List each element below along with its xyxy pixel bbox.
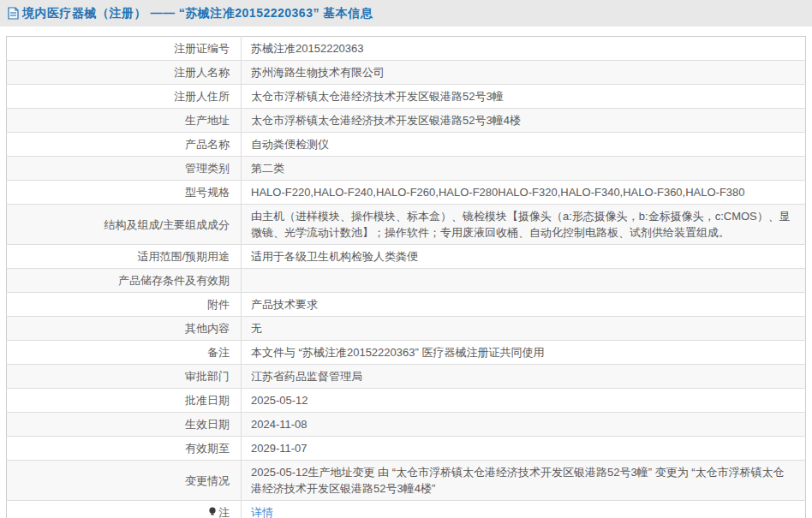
document-icon bbox=[8, 7, 19, 20]
row-value: 适用于各级卫生机构检验人类粪便 bbox=[242, 245, 806, 269]
table-row: 注册证编号 苏械注准20152220363 bbox=[7, 37, 806, 61]
row-label: 有效期至 bbox=[7, 437, 242, 461]
registration-info-table: 注册证编号 苏械注准20152220363 注册人名称 苏州海路生物技术有限公司… bbox=[6, 36, 806, 518]
row-value: 2029-11-07 bbox=[242, 437, 806, 461]
table-row: 批准日期 2025-05-12 bbox=[7, 389, 806, 413]
table-row: 审批部门 江苏省药品监督管理局 bbox=[7, 365, 806, 389]
row-value bbox=[242, 269, 806, 293]
row-value: 苏械注准20152220363 bbox=[242, 37, 806, 61]
table-row-note: 注 详情 bbox=[7, 501, 806, 518]
row-value: 苏州海路生物技术有限公司 bbox=[242, 61, 806, 85]
row-label: 产品储存条件及有效期 bbox=[7, 269, 242, 293]
row-label: 其他内容 bbox=[7, 317, 242, 341]
table-row: 产品名称 自动粪便检测仪 bbox=[7, 133, 806, 157]
row-value: 太仓市浮桥镇太仓港经济技术开发区银港路52号3幢4楼 bbox=[242, 109, 806, 133]
table-row: 型号规格 HALO-F220,HALO-F240,HALO-F260,HALO-… bbox=[7, 181, 806, 205]
table-row: 变更情况 2025-05-12生产地址变更 由 “太仓市浮桥镇太仓港经济技术开发… bbox=[7, 461, 806, 501]
table-row: 有效期至 2029-11-07 bbox=[7, 437, 806, 461]
table-row: 注册人名称 苏州海路生物技术有限公司 bbox=[7, 61, 806, 85]
table-row: 适用范围/预期用途 适用于各级卫生机构检验人类粪便 bbox=[7, 245, 806, 269]
row-label: 注册证编号 bbox=[7, 37, 242, 61]
row-label: 附件 bbox=[7, 293, 242, 317]
row-label: 审批部门 bbox=[7, 365, 242, 389]
row-label: 生产地址 bbox=[7, 109, 242, 133]
row-label: 变更情况 bbox=[7, 461, 242, 501]
table-row: 其他内容 无 bbox=[7, 317, 806, 341]
row-label: 注册人住所 bbox=[7, 85, 242, 109]
table-row: 注册人住所 太仓市浮桥镇太仓港经济技术开发区银港路52号3幢 bbox=[7, 85, 806, 109]
row-value: 太仓市浮桥镇太仓港经济技术开发区银港路52号3幢 bbox=[242, 85, 806, 109]
table-row: 管理类别 第二类 bbox=[7, 157, 806, 181]
row-label-note: 注 bbox=[7, 501, 242, 518]
row-value: 2025-05-12 bbox=[242, 389, 806, 413]
row-value: 产品技术要求 bbox=[242, 293, 806, 317]
row-label: 管理类别 bbox=[7, 157, 242, 181]
row-label: 生效日期 bbox=[7, 413, 242, 437]
table-row: 附件 产品技术要求 bbox=[7, 293, 806, 317]
row-label: 型号规格 bbox=[7, 181, 242, 205]
row-label: 注册人名称 bbox=[7, 61, 242, 85]
note-label: 注 bbox=[218, 506, 230, 518]
row-value: 2025-05-12生产地址变更 由 “太仓市浮桥镇太仓港经济技术开发区银港路5… bbox=[242, 461, 806, 501]
row-value: 2024-11-08 bbox=[242, 413, 806, 437]
row-value: 自动粪便检测仪 bbox=[242, 133, 806, 157]
detail-link[interactable]: 详情 bbox=[251, 506, 273, 518]
table-row: 备注 本文件与 “苏械注准20152220363” 医疗器械注册证共同使用 bbox=[7, 341, 806, 365]
row-label: 产品名称 bbox=[7, 133, 242, 157]
row-value: 无 bbox=[242, 317, 806, 341]
row-label: 结构及组成/主要组成成分 bbox=[7, 205, 242, 245]
table-row: 结构及组成/主要组成成分 由主机（进样模块、操作模块、标本盒）、镜检模块【摄像头… bbox=[7, 205, 806, 245]
table-row: 生效日期 2024-11-08 bbox=[7, 413, 806, 437]
row-value: 江苏省药品监督管理局 bbox=[242, 365, 806, 389]
row-label: 备注 bbox=[7, 341, 242, 365]
table-row: 生产地址 太仓市浮桥镇太仓港经济技术开发区银港路52号3幢4楼 bbox=[7, 109, 806, 133]
table-row: 产品储存条件及有效期 bbox=[7, 269, 806, 293]
row-label: 批准日期 bbox=[7, 389, 242, 413]
row-value: 第二类 bbox=[242, 157, 806, 181]
row-value: 本文件与 “苏械注准20152220363” 医疗器械注册证共同使用 bbox=[242, 341, 806, 365]
row-label: 适用范围/预期用途 bbox=[7, 245, 242, 269]
row-value: HALO-F220,HALO-F240,HALO-F260,HALO-F280H… bbox=[242, 181, 806, 205]
page-title: 境内医疗器械（注册） —— “苏械注准20152220363” 基本信息 bbox=[22, 6, 373, 21]
row-value-note: 详情 bbox=[242, 501, 806, 518]
page: 境内医疗器械（注册） —— “苏械注准20152220363” 基本信息 注册证… bbox=[0, 0, 812, 518]
bulb-icon bbox=[208, 507, 217, 517]
page-header: 境内医疗器械（注册） —— “苏械注准20152220363” 基本信息 bbox=[0, 0, 812, 27]
row-value: 由主机（进样模块、操作模块、标本盒）、镜检模块【摄像头（a:形态摄像头，b:金标… bbox=[242, 205, 806, 245]
